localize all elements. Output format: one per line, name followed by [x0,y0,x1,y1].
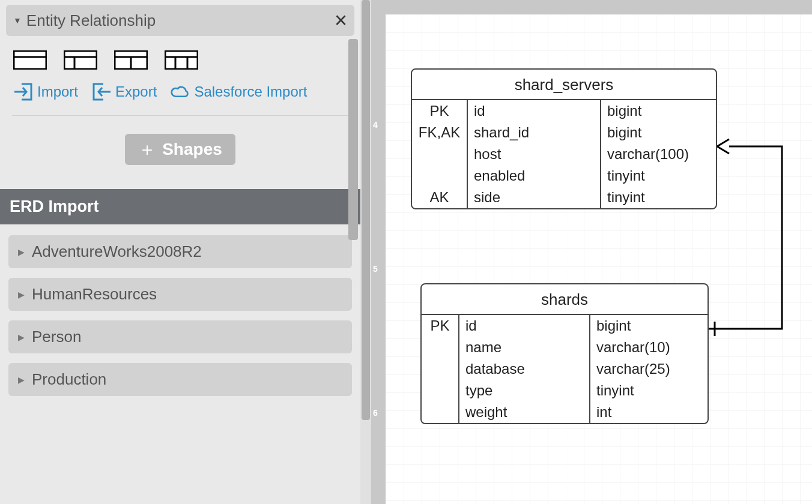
field-type: tinyint [601,187,716,208]
export-label: Export [115,83,157,100]
svg-rect-8 [165,51,198,69]
field-type: varchar(10) [590,337,707,358]
field-type: bigint [590,315,707,337]
entity-row[interactable]: FK,AKshard_idbigint [412,122,716,143]
canvas-area: 4 5 6 shard_servers PKidbigintFK,AKshard… [360,0,812,504]
shapes-button-label: Shapes [162,140,222,159]
scrollbar-thumb[interactable] [362,0,370,420]
panel-header-entity-relationship[interactable]: ▼ Entity Relationship × [6,5,354,36]
entity-row[interactable]: PKidbigint [422,315,707,337]
entity-shards[interactable]: shards PKidbigintnamevarchar(10)database… [420,283,709,424]
erd-item-label: Production [32,370,106,389]
erd-shape-1[interactable] [13,50,47,70]
field-type: varchar(25) [590,358,707,380]
field-type: int [590,401,707,423]
canvas-scrollbar[interactable] [360,0,371,504]
export-button[interactable]: Export [91,82,157,102]
erd-item-production[interactable]: ▶ Production [8,363,352,396]
salesforce-import-button[interactable]: Salesforce Import [170,82,307,102]
field-name: enabled [467,165,601,187]
field-key: PK [412,100,467,122]
field-name: type [459,380,590,401]
erd-item-label: AdventureWorks2008R2 [32,242,202,261]
caret-right-icon: ▶ [18,247,25,257]
entity-row[interactable]: hostvarchar(100) [412,143,716,165]
erd-item-person[interactable]: ▶ Person [8,320,352,353]
field-key [422,358,459,380]
field-key: FK,AK [412,122,467,143]
erd-item-label: HumanResources [32,285,157,304]
sidebar-scrollbar[interactable] [348,39,358,240]
field-type: varchar(100) [601,143,716,165]
field-key: PK [422,315,459,337]
action-row: Import Export Salesforce Import [0,78,360,115]
vertical-ruler: 4 5 6 [371,0,386,504]
entity-shard-servers[interactable]: shard_servers PKidbigintFK,AKshard_idbig… [411,68,717,209]
field-type: bigint [601,122,716,143]
salesforce-import-label: Salesforce Import [194,83,307,100]
entity-row[interactable]: AKsidetinyint [412,187,716,208]
entity-name: shards [422,284,707,315]
field-key [412,165,467,187]
field-key [422,401,459,423]
entity-row[interactable]: databasevarchar(25) [422,358,707,380]
caret-right-icon: ▶ [18,332,25,342]
shape-palette [0,36,360,78]
erd-shape-2[interactable] [64,50,97,70]
field-key [412,143,467,165]
field-type: bigint [601,100,716,122]
horizontal-ruler [386,0,812,14]
field-key: AK [412,187,467,208]
caret-down-icon: ▼ [13,16,22,25]
field-name: host [467,143,601,165]
entity-row[interactable]: enabledtinyint [412,165,716,187]
import-label: Import [37,83,78,100]
cloud-icon [170,82,190,102]
ruler-mark: 6 [373,408,378,418]
caret-right-icon: ▶ [18,290,25,299]
field-key [422,337,459,358]
entity-name: shard_servers [412,70,716,100]
export-icon [91,82,112,102]
diagram-canvas[interactable]: shard_servers PKidbigintFK,AKshard_idbig… [386,14,812,504]
entity-row[interactable]: typetinyint [422,380,707,401]
caret-right-icon: ▶ [18,375,25,385]
ruler-mark: 4 [373,120,378,130]
erd-import-list: ▶ AdventureWorks2008R2 ▶ HumanResources … [0,224,360,407]
erd-item-label: Person [32,328,81,346]
field-name: name [459,337,590,358]
field-name: weight [459,401,590,423]
erd-shape-4[interactable] [165,50,198,70]
entity-row[interactable]: weightint [422,401,707,423]
erd-item-adventureworks[interactable]: ▶ AdventureWorks2008R2 [8,235,352,268]
field-name: database [459,358,590,380]
field-name: shard_id [467,122,601,143]
entity-row[interactable]: PKidbigint [412,100,716,122]
entity-row[interactable]: namevarchar(10) [422,337,707,358]
close-icon[interactable]: × [335,10,347,31]
field-name: side [467,187,601,208]
panel-title: Entity Relationship [26,11,335,30]
svg-rect-0 [14,51,46,69]
field-type: tinyint [590,380,707,401]
section-erd-import: ERD Import [0,189,360,224]
plus-icon: ＋ [138,140,156,158]
erd-shape-3[interactable] [114,50,148,70]
field-key [422,380,459,401]
import-icon [13,82,34,102]
sidebar: ▼ Entity Relationship × [0,0,360,504]
field-type: tinyint [601,165,716,187]
add-shapes-button[interactable]: ＋ Shapes [125,134,235,165]
erd-item-humanresources[interactable]: ▶ HumanResources [8,278,352,311]
import-button[interactable]: Import [13,82,78,102]
field-name: id [467,100,601,122]
svg-rect-2 [64,51,97,69]
field-name: id [459,315,590,337]
ruler-mark: 5 [373,264,378,274]
